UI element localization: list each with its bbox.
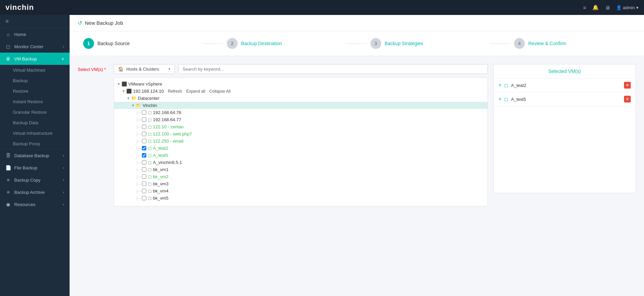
collapse-icon[interactable]: ▼ <box>117 82 121 86</box>
collapse-icon[interactable]: ▼ <box>131 104 135 107</box>
bell-icon[interactable]: 🔔 <box>592 4 599 11</box>
step-4-label[interactable]: Review & Confirm <box>528 41 566 46</box>
remove-atest5-button[interactable]: ✕ <box>624 96 631 103</box>
avinchin-checkbox[interactable] <box>142 160 146 165</box>
bkvm5-label: bk_vm5 <box>153 196 169 201</box>
vm-76-checkbox[interactable] <box>142 110 146 115</box>
sidebar-item-backup-data[interactable]: Backup Data <box>0 117 70 128</box>
search-input[interactable] <box>178 64 488 74</box>
add-icon[interactable]: + <box>498 96 501 102</box>
dropdown-label: Hosts & Clusters <box>126 67 159 72</box>
vsphere-label: VMware vSphere <box>128 81 162 87</box>
sidebar-item-restore[interactable]: Restore <box>0 86 70 96</box>
tree-node-bkvm4[interactable]: ├─ ◻ bk_vm4 <box>114 187 487 195</box>
sidebar-item-backup-copy[interactable]: ≡ Backup Copy › <box>0 174 70 186</box>
datacenter-label: Datacenter <box>138 96 160 101</box>
hosts-clusters-dropdown[interactable]: 🏠 Hosts & Clusters ▾ <box>114 64 175 74</box>
monitor-icon[interactable]: 🖥 <box>605 5 610 11</box>
sidebar-item-file-backup[interactable]: 📄 File Backup › <box>0 162 70 174</box>
sidebar-item-granular-restore[interactable]: Granular Restore <box>0 107 70 117</box>
sidebar-sub-item-label: Backup Data <box>13 120 38 125</box>
sidebar-item-virtual-machines[interactable]: Virtual Machines <box>0 65 70 75</box>
selected-vm-name: A_test5 <box>511 97 621 102</box>
ateat2-checkbox[interactable] <box>142 146 146 150</box>
vm-77-checkbox[interactable] <box>142 117 146 122</box>
tree-node-zentao[interactable]: ├─ ◻ 122.10 - zentao <box>114 123 487 130</box>
chevron-right-icon: › <box>63 202 64 206</box>
sidebar-item-monitor-center[interactable]: ◻ Monitor Center › <box>0 40 70 53</box>
topbar: vinchin ≡ 🔔 🖥 👤 admin ▾ <box>0 0 644 15</box>
step-3-label[interactable]: Backup Strategies <box>385 41 423 46</box>
sidebar-sub-item-label: Virtual Machines <box>13 68 45 73</box>
sidebar-item-virtual-infrastructure[interactable]: Virtual Infrastructure <box>0 128 70 138</box>
refresh-btn[interactable]: Refresh <box>168 89 182 94</box>
bkvm3-checkbox[interactable] <box>142 182 146 186</box>
vm-row-icon: ◻ <box>504 96 508 102</box>
bkvm3-label: bk_vm3 <box>153 181 169 186</box>
user-icon: 👤 <box>616 5 622 10</box>
step-1-circle: 1 <box>83 38 94 49</box>
chevron-right-icon: › <box>63 44 64 49</box>
sidebar-item-home[interactable]: ⌂ Home <box>0 28 70 40</box>
sidebar-item-database-backup[interactable]: 🗄 Database Backup › <box>0 149 70 162</box>
step-divider-2 <box>347 43 367 44</box>
tree-node-bkvm1[interactable]: ├─ ◻ bk_vm1 <box>114 166 487 173</box>
sidebar-item-label: Backup Archive <box>14 190 45 195</box>
datacenter-icon: 📁 <box>131 96 136 101</box>
sidebar-item-vm-backup[interactable]: 🖥 VM Backup ∨ <box>0 53 70 65</box>
step-1-label: Backup Source <box>97 41 130 46</box>
zentao-checkbox[interactable] <box>142 125 146 129</box>
tree-node-atest5[interactable]: ├─ ◻ A_test5 <box>114 152 487 159</box>
email-checkbox[interactable] <box>142 139 146 143</box>
atest5-checkbox[interactable] <box>142 153 146 158</box>
step-2-label[interactable]: Backup Destination <box>241 41 282 46</box>
tree-node-avinchin[interactable]: ├─ ◻ A_vinchin6.5.1 <box>114 159 487 166</box>
collapse-all-btn[interactable]: Collapse All <box>209 89 231 94</box>
tree-node-email[interactable]: ├─ ◻ 122.250 - email <box>114 137 487 145</box>
sidebar-item-resources[interactable]: ◉ Resources › <box>0 198 70 210</box>
vm-controls: 🏠 Hosts & Clusters ▾ <box>114 64 488 74</box>
tree-node-webphp7[interactable]: ├─ ◻ 122.100 - web.php7 <box>114 130 487 137</box>
host-icon: ⬛ <box>126 89 132 94</box>
vm-selection: Select VM(s) * 🏠 Hosts & Clusters ▾ <box>78 64 636 206</box>
step-4: 4 Review & Confirm <box>514 38 630 49</box>
collapse-icon[interactable]: ▼ <box>122 89 126 93</box>
user-label: admin <box>623 5 635 10</box>
chevron-right-icon: › <box>63 153 64 158</box>
user-arrow-icon: ▾ <box>636 5 639 10</box>
vsphere-icon: ⬛ <box>122 81 127 87</box>
expand-all-btn[interactable]: Expand all <box>186 89 205 94</box>
bkvm4-checkbox[interactable] <box>142 189 146 193</box>
collapse-icon[interactable]: ▼ <box>126 96 130 100</box>
tree-node-vsphere[interactable]: ▼ ⬛ VMware vSphere <box>114 80 487 88</box>
tree-node-host[interactable]: ▼ ⬛ 192.168.124.10 <box>114 88 164 95</box>
bkvm5-checkbox[interactable] <box>142 196 146 200</box>
add-icon[interactable]: + <box>498 82 501 88</box>
menu-lines-icon[interactable]: ≡ <box>583 5 586 11</box>
sidebar-item-backup-archive[interactable]: ≡ Backup Archive › <box>0 186 70 198</box>
sidebar-item-instant-restore[interactable]: Instant Restore <box>0 96 70 107</box>
sidebar-item-backup-proxy[interactable]: Backup Proxy <box>0 138 70 149</box>
vm-green-icon: ◻ <box>148 146 152 151</box>
tree-node-bkvm3[interactable]: ├─ ◻ bk_vm3 <box>114 180 487 187</box>
tree-node-vinchin[interactable]: ▼ 📁 Vinchin <box>114 102 487 109</box>
sidebar-toggle[interactable]: ≡ <box>0 15 70 28</box>
remove-ateat2-button[interactable]: ✕ <box>624 82 631 89</box>
sidebar-item-label: Database Backup <box>14 153 49 158</box>
sidebar-item-label: Resources <box>14 202 35 207</box>
user-menu[interactable]: 👤 admin ▾ <box>616 5 639 10</box>
tree-node-vm-76[interactable]: ├─ ◻ 192.168.64.76 <box>114 109 487 116</box>
bkvm2-checkbox[interactable] <box>142 174 146 179</box>
tree-node-bkvm5[interactable]: ├─ ◻ bk_vm5 <box>114 195 487 202</box>
archive-icon: ≡ <box>5 189 11 195</box>
webphp7-checkbox[interactable] <box>142 132 146 136</box>
tree-node-vm-77[interactable]: ├─ ◻ 192.168.64.77 <box>114 116 487 123</box>
bkvm1-checkbox[interactable] <box>142 167 146 172</box>
tree-node-ateat2[interactable]: ├─ ◻ A_teat2 <box>114 145 487 152</box>
chevron-down-icon: ∨ <box>61 57 64 61</box>
tree-node-datacenter[interactable]: ▼ 📁 Datacenter <box>114 95 487 102</box>
sidebar-item-backup[interactable]: Backup <box>0 75 70 86</box>
tree-node-bkvm2[interactable]: ├─ ◻ bk_vm2 <box>114 173 487 180</box>
page-header: ↺ New Backup Job <box>70 15 644 31</box>
sidebar-item-label: VM Backup <box>14 56 37 61</box>
